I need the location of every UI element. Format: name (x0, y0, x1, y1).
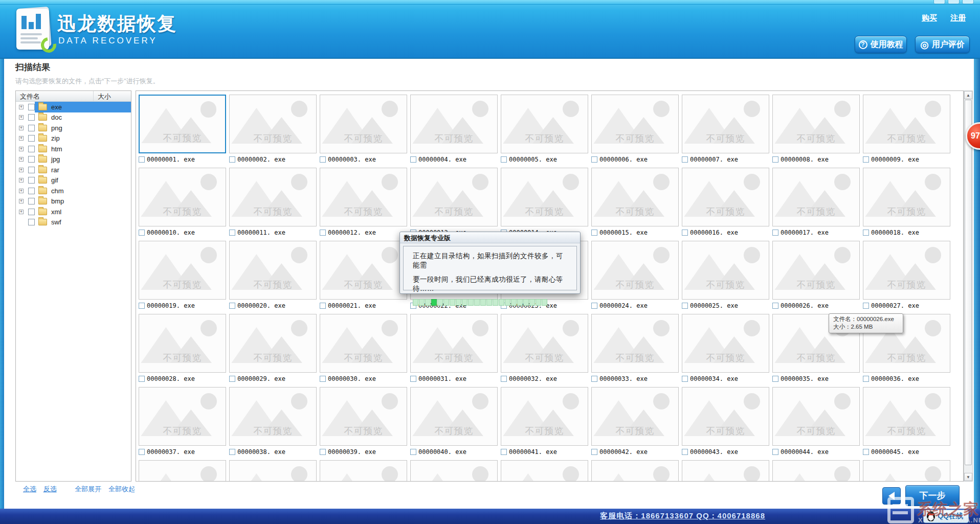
file-preview-tile[interactable]: 不可预览 (682, 460, 769, 482)
close-button[interactable] (962, 0, 974, 4)
file-checkbox[interactable] (682, 449, 688, 455)
maximize-button[interactable] (948, 0, 960, 4)
back-button[interactable] (882, 487, 901, 505)
file-preview-tile[interactable]: 不可预览 (410, 95, 498, 153)
file-preview-tile[interactable]: 不可预览 (772, 241, 860, 300)
file-preview-tile[interactable]: 不可预览 (139, 314, 226, 373)
tree-checkbox[interactable] (28, 177, 35, 184)
tree-item-doc[interactable]: +doc (16, 112, 131, 123)
file-preview-tile[interactable]: 不可预览 (772, 168, 860, 226)
file-checkbox[interactable] (320, 376, 326, 382)
file-preview-tile[interactable]: 不可预览 (229, 387, 317, 446)
file-preview-tile[interactable]: 不可预览 (320, 460, 407, 482)
file-checkbox[interactable] (772, 303, 778, 309)
file-checkbox[interactable] (139, 156, 145, 163)
file-preview-tile[interactable]: 不可预览 (682, 168, 769, 226)
file-preview-tile[interactable]: 不可预览 (410, 314, 498, 373)
file-checkbox[interactable] (682, 156, 688, 163)
minimize-button[interactable] (933, 0, 945, 4)
file-preview-tile[interactable]: 不可预览 (320, 387, 407, 446)
service-contact-link[interactable]: 客服电话：18667133607 QQ：4006718868 (600, 511, 765, 521)
file-checkbox[interactable] (863, 376, 869, 382)
tree-item-xml[interactable]: +xml (16, 207, 131, 217)
qq-online-button[interactable]: QQ在线 (923, 510, 969, 523)
file-preview-tile[interactable]: 不可预览 (139, 387, 226, 446)
expand-icon[interactable]: + (19, 157, 24, 162)
file-checkbox[interactable] (772, 230, 778, 236)
file-preview-tile[interactable]: 不可预览 (139, 95, 226, 153)
file-checkbox[interactable] (772, 449, 778, 455)
expand-icon[interactable]: + (19, 136, 24, 141)
file-preview-tile[interactable]: 不可预览 (682, 95, 769, 153)
expand-all-link[interactable]: 全部展开 (75, 485, 101, 493)
file-preview-tile[interactable]: 不可预览 (320, 95, 407, 153)
file-preview-tile[interactable]: 不可预览 (772, 387, 860, 446)
file-preview-tile[interactable]: 不可预览 (591, 168, 679, 226)
file-preview-tile[interactable]: 不可预览 (139, 241, 226, 300)
tree-checkbox[interactable] (28, 198, 35, 204)
file-checkbox[interactable] (320, 230, 326, 236)
tree-checkbox[interactable] (28, 209, 35, 215)
file-checkbox[interactable] (591, 303, 597, 309)
tree-item-bmp[interactable]: +bmp (16, 196, 131, 207)
next-step-button[interactable]: 下一步 (905, 485, 960, 506)
file-checkbox[interactable] (229, 449, 235, 455)
expand-icon[interactable]: + (19, 168, 24, 172)
file-checkbox[interactable] (501, 156, 507, 163)
expand-icon[interactable]: + (19, 189, 24, 193)
scroll-down-button[interactable]: ▼ (964, 473, 972, 481)
tree-checkbox[interactable] (28, 135, 35, 142)
file-preview-tile[interactable]: 不可预览 (591, 241, 679, 300)
file-preview-tile[interactable]: 不可预览 (863, 241, 950, 300)
file-checkbox[interactable] (591, 156, 597, 163)
file-preview-tile[interactable]: 不可预览 (320, 241, 407, 300)
tree-checkbox[interactable] (28, 104, 35, 110)
scroll-up-button[interactable]: ▲ (964, 91, 972, 99)
file-checkbox[interactable] (229, 303, 235, 309)
tree-checkbox[interactable] (28, 219, 35, 225)
file-checkbox[interactable] (410, 376, 416, 382)
file-preview-tile[interactable]: 不可预览 (591, 95, 679, 153)
tree-item-exe[interactable]: +exe (16, 102, 131, 112)
file-checkbox[interactable] (591, 230, 597, 236)
file-checkbox[interactable] (591, 449, 597, 455)
file-checkbox[interactable] (320, 303, 326, 309)
tree-item-png[interactable]: +png (16, 123, 131, 133)
file-preview-tile[interactable]: 不可预览 (410, 168, 498, 226)
tree-item-zip[interactable]: +zip (16, 133, 131, 144)
expand-icon[interactable]: + (19, 178, 24, 183)
select-all-link[interactable]: 全选 (23, 485, 36, 493)
expand-icon[interactable]: + (19, 147, 24, 151)
tree-item-gif[interactable]: +gif (16, 175, 131, 186)
file-checkbox[interactable] (229, 376, 235, 382)
file-preview-tile[interactable]: 不可预览 (863, 168, 950, 226)
file-checkbox[interactable] (501, 376, 507, 382)
file-checkbox[interactable] (139, 376, 145, 382)
file-checkbox[interactable] (410, 449, 416, 455)
file-checkbox[interactable] (682, 230, 688, 236)
tree-checkbox[interactable] (28, 146, 35, 152)
file-preview-tile[interactable]: 不可预览 (682, 387, 769, 446)
file-checkbox[interactable] (863, 303, 869, 309)
file-preview-tile[interactable]: 不可预览 (320, 168, 407, 226)
file-preview-tile[interactable]: 不可预览 (591, 314, 679, 373)
file-preview-tile[interactable]: 不可预览 (501, 460, 588, 482)
file-preview-tile[interactable]: 不可预览 (229, 95, 317, 153)
reviews-button[interactable]: ◎ 用户评价 (915, 36, 970, 53)
file-preview-tile[interactable]: 不可预览 (863, 460, 950, 482)
file-checkbox[interactable] (139, 303, 145, 309)
tree-checkbox[interactable] (28, 156, 35, 163)
file-checkbox[interactable] (772, 156, 778, 163)
file-preview-tile[interactable]: 不可预览 (229, 314, 317, 373)
buy-link[interactable]: 购买 (922, 13, 937, 22)
file-preview-tile[interactable]: 不可预览 (863, 95, 950, 153)
file-preview-tile[interactable]: 不可预览 (682, 314, 769, 373)
file-checkbox[interactable] (682, 376, 688, 382)
file-preview-tile[interactable]: 不可预览 (863, 387, 950, 446)
file-preview-tile[interactable]: 不可预览 (410, 387, 498, 446)
file-checkbox[interactable] (139, 449, 145, 455)
file-checkbox[interactable] (320, 156, 326, 163)
file-checkbox[interactable] (139, 230, 145, 236)
tree-item-rar[interactable]: +rar (16, 165, 131, 175)
file-preview-tile[interactable]: 不可预览 (501, 168, 588, 226)
